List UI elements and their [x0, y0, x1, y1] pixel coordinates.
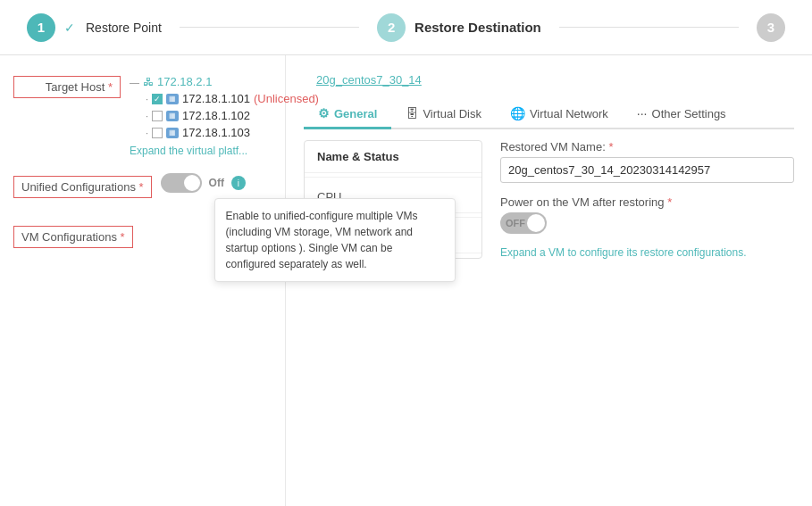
c3-expand: ·	[146, 128, 148, 138]
step-2-label: Restore Destination	[414, 20, 541, 35]
unified-tooltip: Enable to unified-configure multiple VMs…	[214, 198, 456, 282]
power-label: Power on the VM after restoring *	[500, 195, 794, 209]
tab-general[interactable]: ⚙ General	[304, 100, 391, 129]
step-divider-1	[180, 27, 359, 28]
root-server-icon: 🖧	[143, 76, 154, 88]
tab-virtual-disk[interactable]: 🗄 Virtual Disk	[391, 100, 496, 129]
power-field-group: Power on the VM after restoring * OFF	[500, 195, 794, 234]
power-toggle-switch[interactable]: OFF	[500, 212, 547, 234]
vm-name-field-group: Restored VM Name: *	[500, 140, 794, 183]
toggle-knob	[184, 175, 200, 191]
step-2: 2 Restore Destination	[377, 13, 541, 42]
tooltip-text: Enable to unified-configure multiple VMs…	[226, 210, 418, 270]
vm-name-input[interactable]	[500, 157, 794, 183]
c2-vm-icon: ▦	[166, 111, 179, 121]
power-knob	[527, 214, 545, 232]
vm-config-label: VM Configurations	[21, 230, 117, 244]
unified-toggle-row: Off i	[161, 173, 272, 193]
divider-1	[305, 177, 481, 178]
target-host-label-area: Target Host *	[13, 73, 130, 98]
step-1-check: ✓	[64, 21, 75, 35]
section-name-status-label: Name & Status	[317, 150, 399, 163]
c1-ip: 172.18.1.101	[182, 92, 250, 105]
vm-config-required: *	[121, 230, 125, 244]
c3-vm-icon: ▦	[166, 128, 179, 138]
target-host-label: Target Host	[46, 80, 105, 94]
step-1-number: 1	[38, 20, 45, 35]
unified-config-label: Unified Configurations	[21, 180, 136, 194]
vm-config-label-area: VM Configurations *	[13, 223, 142, 248]
main-content: Target Host * — 🖧 172.18.2.1	[0, 55, 812, 506]
c3-checkbox[interactable]	[152, 128, 163, 138]
vm-tab-header: 20g_centos7_30_14	[304, 69, 794, 91]
unified-required: *	[139, 180, 144, 194]
vm-config-label-box: VM Configurations *	[13, 226, 133, 248]
left-panel: Target Host * — 🖧 172.18.2.1	[0, 55, 286, 506]
tabs-bar: ⚙ General 🗄 Virtual Disk 🌐 Virtual Netwo…	[304, 100, 794, 129]
c2-ip: 172.18.1.102	[182, 109, 250, 122]
unified-config-row: Unified Configurations * Off i Enable to…	[13, 173, 272, 207]
step-1-circle: 1	[27, 13, 55, 42]
step-1: 1 ✓ Restore Point	[27, 13, 162, 42]
vm-tab-button[interactable]: 20g_centos7_30_14	[304, 69, 434, 91]
virtual-network-icon: 🌐	[510, 106, 525, 120]
section-name-status[interactable]: Name & Status	[305, 141, 481, 173]
step-3: 3	[757, 13, 785, 42]
root-ip: 172.18.2.1	[157, 75, 212, 88]
tab-general-label: General	[334, 107, 377, 120]
expand-config-hint: Expand a VM to configure its restore con…	[500, 246, 794, 259]
unified-toggle-switch[interactable]	[161, 173, 202, 193]
virtual-disk-icon: 🗄	[406, 106, 418, 120]
target-host-label-box: Target Host *	[13, 76, 121, 98]
target-host-row: Target Host * — 🖧 172.18.2.1	[13, 73, 272, 157]
general-icon: ⚙	[318, 106, 330, 120]
c1-checkbox[interactable]: ✓	[152, 94, 163, 104]
step-1-label: Restore Point	[86, 21, 162, 35]
tab-virtual-network-label: Virtual Network	[530, 107, 608, 120]
tab-virtual-disk-label: Virtual Disk	[423, 107, 481, 120]
c1-expand: ·	[146, 94, 148, 104]
unified-toggle-area: Off i Enable to unified-configure multip…	[161, 173, 272, 207]
unified-label-area: Unified Configurations *	[13, 173, 161, 198]
other-settings-icon: ···	[637, 106, 648, 120]
c2-checkbox[interactable]	[152, 111, 163, 121]
step-2-circle: 2	[377, 13, 406, 42]
power-toggle-container: OFF	[500, 212, 794, 234]
right-config-form: Restored VM Name: * Power on the VM afte…	[500, 140, 794, 259]
tab-other-settings-label: Other Settings	[652, 107, 726, 120]
c3-ip: 172.18.1.103	[182, 126, 250, 139]
target-host-required: *	[108, 80, 113, 94]
step-3-number: 3	[767, 20, 774, 35]
step-3-circle: 3	[757, 13, 785, 42]
unified-info-icon[interactable]: i	[231, 176, 246, 190]
wizard-header: 1 ✓ Restore Point 2 Restore Destination …	[0, 0, 812, 55]
unified-toggle-label: Off	[209, 177, 224, 189]
unified-label-box: Unified Configurations *	[13, 176, 152, 198]
step-divider-2	[559, 27, 739, 28]
c2-expand: ·	[146, 111, 148, 121]
c1-vm-icon: ▦	[166, 94, 179, 104]
power-switch-label: OFF	[506, 218, 525, 228]
vm-name-label: Restored VM Name: *	[500, 140, 794, 153]
step-2-number: 2	[388, 20, 395, 35]
tab-virtual-network[interactable]: 🌐 Virtual Network	[496, 100, 623, 129]
root-expand-icon: —	[130, 77, 139, 87]
tab-other-settings[interactable]: ··· Other Settings	[623, 100, 741, 129]
